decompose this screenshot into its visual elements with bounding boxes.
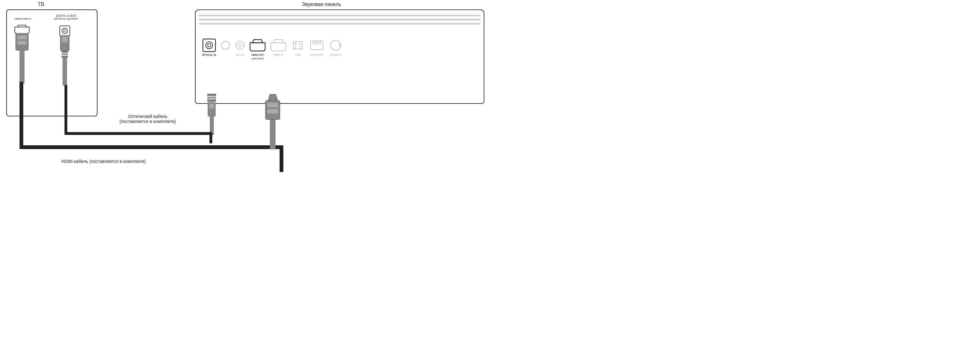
svg-rect-19 [293, 41, 302, 49]
network-label: NETWORK [310, 54, 323, 56]
svg-rect-22 [295, 43, 297, 44]
usb-icon [291, 38, 305, 52]
optical-in-icon [202, 38, 216, 52]
svg-point-1 [62, 28, 68, 33]
hdmi-cable-vertical-left [19, 82, 23, 146]
hdmi-out-icon [250, 38, 266, 52]
svg-rect-12 [63, 58, 67, 86]
svg-rect-42 [270, 119, 275, 149]
hdmi-cable-bottom [19, 145, 280, 149]
hdmi-input-label: HDMI INPUT [12, 17, 34, 21]
hdmi-out-label: HDMI OUT [251, 54, 264, 56]
optical-cable-vertical-right [210, 132, 212, 143]
connector-network: NETWORK [309, 38, 324, 56]
hdmi-plug-soundbar [264, 93, 282, 149]
usb-label: USB [295, 54, 301, 56]
sb-deco-line1 [199, 15, 480, 16]
connector-connect: CONNECT [329, 38, 342, 56]
svg-rect-4 [17, 35, 27, 39]
optical-cable-bottom [64, 132, 214, 135]
soundbar-label: Звуковая панель [302, 2, 341, 7]
tv-label: ТВ [38, 2, 44, 7]
svg-rect-23 [299, 43, 300, 44]
svg-point-2 [64, 30, 66, 32]
network-icon [309, 38, 324, 52]
svg-rect-10 [62, 54, 68, 56]
svg-rect-8 [62, 37, 68, 43]
connector-hdmi-out: HDMI OUT (eARC/ARC) [250, 38, 266, 60]
sb-deco-line3 [199, 23, 480, 25]
svg-rect-35 [207, 99, 216, 102]
svg-rect-34 [207, 97, 216, 99]
hdmi-in-icon [270, 38, 286, 52]
connector-bluetooth [221, 38, 231, 54]
connector-usb: USB [291, 38, 305, 56]
aux-in-label: AUX IN [236, 54, 244, 56]
svg-rect-13 [203, 39, 215, 52]
connector-hdmi-in: HDMI IN [270, 38, 286, 56]
aux-in-icon [235, 38, 245, 52]
svg-rect-6 [19, 50, 24, 83]
sb-deco-line2 [199, 19, 480, 21]
hdmi-port-tv [14, 25, 30, 34]
optical-output-label: DIGITAL AUDIO OPTICAL OUTPUT [50, 14, 82, 21]
soundbar-panel: OPTICAL IN AUX IN HDMI OUT (eARC/ARC) [195, 10, 484, 104]
hdmi-out-sublabel: (eARC/ARC) [251, 57, 264, 60]
hdmi-cable-text: HDMI-кабель (поставляется в комплекте) [61, 159, 146, 164]
svg-point-18 [239, 44, 242, 47]
connectors-row: OPTICAL IN AUX IN HDMI OUT (eARC/ARC) [202, 38, 342, 60]
svg-rect-11 [62, 56, 68, 58]
hdmi-cable-vertical-right [280, 145, 283, 172]
svg-point-14 [206, 42, 213, 49]
svg-rect-33 [207, 94, 216, 96]
connect-label: CONNECT [329, 54, 342, 56]
svg-rect-40 [267, 103, 278, 107]
hdmi-in-label: HDMI IN [274, 54, 283, 56]
svg-rect-0 [60, 26, 70, 36]
optical-cable-text: Оптический кабель (поставляется в компле… [119, 114, 176, 124]
optical-in-label: OPTICAL IN [202, 54, 216, 56]
optical-connector-tv [59, 35, 70, 86]
svg-rect-5 [17, 41, 27, 44]
bluetooth-icon [221, 38, 231, 52]
optical-plug-soundbar [206, 94, 218, 135]
svg-point-16 [221, 41, 229, 49]
svg-rect-9 [62, 51, 68, 53]
optical-cable-vertical-left [64, 85, 67, 133]
svg-point-17 [236, 41, 244, 49]
hdmi-connector-tv [14, 33, 30, 83]
svg-point-15 [208, 44, 211, 47]
svg-rect-41 [267, 109, 278, 114]
connect-icon [329, 38, 342, 52]
svg-rect-37 [209, 104, 214, 108]
connector-aux-in: AUX IN [235, 38, 245, 56]
connector-optical-in: OPTICAL IN [202, 38, 216, 56]
optical-port-tv [59, 25, 70, 37]
